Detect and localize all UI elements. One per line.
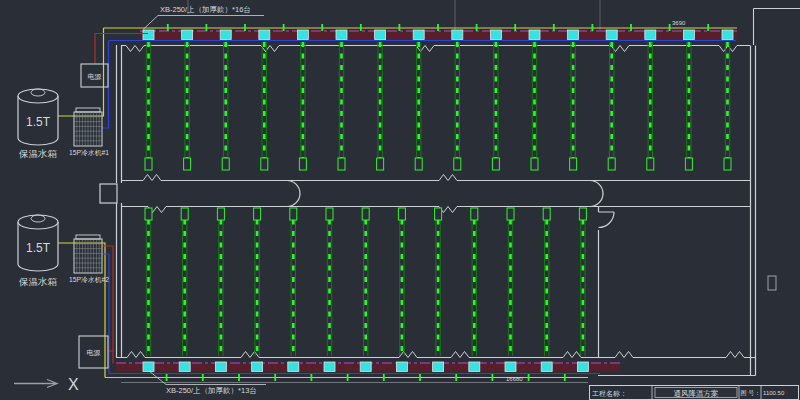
duct-fan-unit: [288, 362, 299, 372]
duct-fan-unit: [568, 30, 579, 40]
fan-duct-pipe: [529, 30, 540, 170]
duct-fan-unit: [452, 30, 463, 40]
fan-duct-pipe: [683, 30, 694, 170]
duct-fan-unit: [360, 362, 371, 372]
cad-canvas[interactable]: 1.5T 保温水箱 1.5T 保温水箱 15P冷水机#1 15P冷水机#2 电源…: [0, 0, 800, 400]
title-block-number-label: 图 号：: [741, 390, 761, 397]
duct-fan-unit: [469, 362, 480, 372]
corridor-walls: [121, 181, 750, 207]
fan-duct-pipe: [413, 30, 424, 170]
power1-label: 电源: [88, 73, 102, 80]
duct-fan-unit: [606, 30, 617, 40]
fan-duct-pipe: [577, 208, 588, 372]
fan-duct-pipe: [143, 30, 154, 170]
right-wall: [751, 46, 756, 376]
corridor-door-arcs: [287, 181, 603, 207]
tank2-name-label: 保温水箱: [18, 276, 58, 287]
duct-fan-unit: [297, 30, 308, 40]
duct-fan-unit: [252, 362, 263, 372]
fan-duct-pipe: [469, 208, 480, 372]
fan-duct-pipe: [505, 208, 516, 372]
title-block-project-name: 通风降温方案: [674, 389, 719, 398]
tank-lid-icon: [31, 215, 45, 222]
fan-duct-pipe: [375, 30, 386, 170]
ucs-x-axis-marker: [14, 380, 57, 388]
fan-duct-pipe: [541, 208, 552, 372]
duct-fan-unit: [529, 30, 540, 40]
dimension-top: 3690: [672, 20, 686, 26]
fan-duct-pipe: [360, 208, 371, 372]
chiller1-label: 15P冷水机#1: [69, 149, 109, 156]
duct-fan-unit: [396, 362, 407, 372]
fan-duct-pipe: [220, 30, 231, 170]
top-duct-annotation: XB-250/上（加厚款）*16台: [160, 5, 251, 14]
fan-duct-pipe: [179, 208, 190, 372]
tank2-capacity-label: 1.5T: [26, 241, 51, 255]
fan-duct-pipe: [324, 208, 335, 372]
fan-duct-pipe: [433, 208, 444, 372]
fan-duct-pipe: [215, 208, 226, 372]
power2-label: 电源: [87, 349, 101, 356]
duct-fan-unit: [179, 362, 190, 372]
fan-duct-pipe: [396, 208, 407, 372]
duct-fan-unit: [143, 30, 154, 40]
chiller-fins: [74, 112, 102, 273]
fan-duct-pipe: [252, 208, 263, 372]
duct-fan-unit: [143, 362, 154, 372]
duct-fan-unit: [259, 30, 270, 40]
bottom-duct-annotation: XB-250/上（加厚款）*13台: [166, 386, 257, 395]
axis-x-label: X: [68, 376, 79, 393]
title-block-project-label: 工程名称：: [592, 390, 627, 398]
duct-fan-unit: [683, 30, 694, 40]
tank-lid-icon: [31, 89, 45, 96]
fan-duct-pipe: [297, 30, 308, 170]
duct-fan-unit: [336, 30, 347, 40]
duct-fan-unit: [215, 362, 226, 372]
annotation-leaders: [143, 16, 266, 385]
duct-fan-unit: [413, 30, 424, 40]
right-wall-marker: [768, 276, 776, 290]
fan-duct-pipe: [143, 208, 154, 372]
duct-fan-unit: [490, 30, 501, 40]
corridor-vestibule: [100, 184, 117, 203]
duct-fan-unit: [645, 30, 656, 40]
fan-duct-pipe: [259, 30, 270, 170]
fan-duct-pipe: [645, 30, 656, 170]
fan-duct-pipe: [336, 30, 347, 170]
duct-fan-unit: [577, 362, 588, 372]
duct-fan-unit: [375, 30, 386, 40]
tank1-capacity-label: 1.5T: [26, 115, 51, 129]
duct-fan-unit: [505, 362, 516, 372]
room-divider-door: [599, 212, 615, 228]
floor-plan-drawing: 1.5T 保温水箱 1.5T 保温水箱 15P冷水机#1 15P冷水机#2 电源…: [0, 0, 800, 400]
duct-fan-unit: [324, 362, 335, 372]
duct-fan-unit: [541, 362, 552, 372]
duct-fan-unit: [220, 30, 231, 40]
fan-duct-pipe: [452, 30, 463, 170]
fan-duct-pipe: [288, 208, 299, 372]
duct-fan-unit: [722, 30, 733, 40]
fan-duct-pipe: [490, 30, 501, 170]
tank1-name-label: 保温水箱: [18, 148, 58, 159]
chiller2-label: 15P冷水机#2: [69, 276, 109, 283]
bottom-fan-duct-row: [143, 208, 588, 381]
duct-fan-unit: [433, 362, 444, 372]
fan-duct-pipe: [182, 30, 193, 170]
fan-duct-pipe: [568, 30, 579, 170]
dimension-bottom: 16680: [506, 376, 523, 382]
title-block-number-value: 1100.50: [763, 390, 785, 396]
duct-fan-unit: [182, 30, 193, 40]
